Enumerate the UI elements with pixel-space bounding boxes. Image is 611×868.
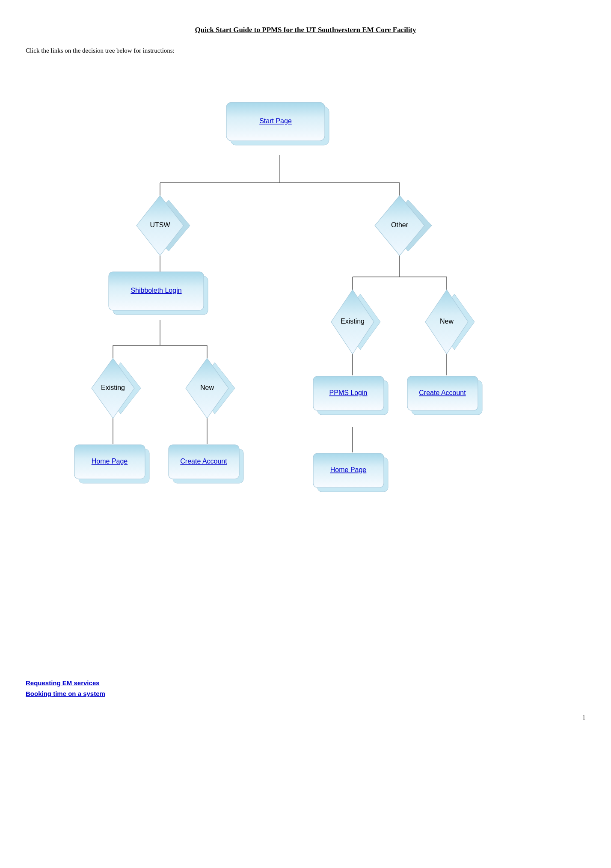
create-account-utsw-label[interactable]: Create Account — [180, 458, 227, 465]
bottom-links: Requesting EM services Booking time on a… — [26, 679, 585, 697]
start-page-label[interactable]: Start Page — [259, 117, 292, 125]
shibboleth-label[interactable]: Shibboleth Login — [131, 287, 181, 294]
utsw-label: UTSW — [150, 221, 170, 229]
page-number: 1 — [26, 714, 585, 721]
home-page-ppms-label[interactable]: Home Page — [330, 466, 367, 473]
existing-utsw-label: Existing — [101, 384, 125, 391]
home-page-utsw-label[interactable]: Home Page — [92, 458, 128, 465]
page-title: Quick Start Guide to PPMS for the UT Sou… — [26, 26, 585, 34]
create-account-other-label[interactable]: Create Account — [419, 389, 466, 396]
subtitle: Click the links on the decision tree bel… — [26, 47, 585, 54]
existing-other-label: Existing — [341, 318, 365, 325]
new-other-label: New — [440, 318, 454, 325]
diagram-container: Start Page UTSW Other Shibboleth Login E… — [26, 67, 585, 666]
new-utsw-label: New — [200, 384, 214, 391]
booking-time-link[interactable]: Booking time on a system — [26, 690, 585, 697]
ppms-login-label[interactable]: PPMS Login — [329, 389, 368, 396]
other-label: Other — [391, 221, 409, 229]
requesting-em-services-link[interactable]: Requesting EM services — [26, 679, 585, 687]
